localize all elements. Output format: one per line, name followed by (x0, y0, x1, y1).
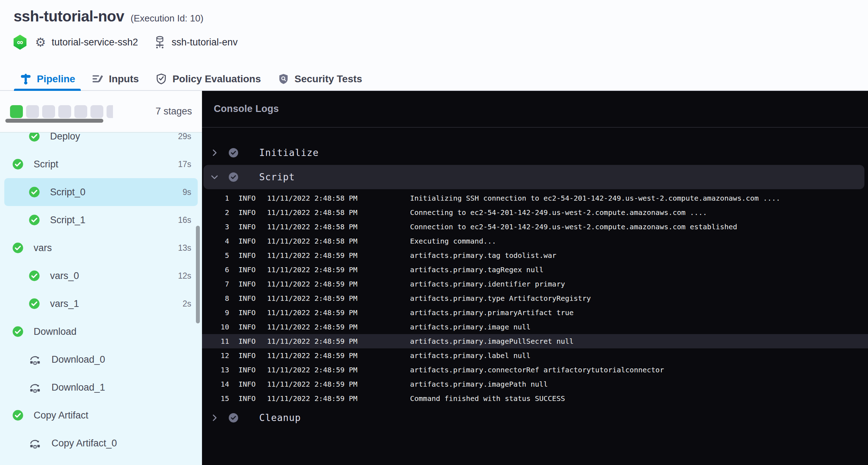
log-line-number: 8 (212, 294, 229, 303)
stage-row-vars[interactable]: vars13s (0, 234, 202, 262)
stage-chips-scrollbar[interactable] (5, 119, 103, 123)
row-label: Download (34, 326, 77, 337)
stage-chip-pending[interactable] (107, 105, 113, 118)
stage-chip-pending[interactable] (26, 105, 39, 118)
chevron-down-icon[interactable] (209, 172, 220, 182)
log-line-number: 1 (212, 194, 229, 202)
step-row-download-0[interactable]: Download_0 (0, 346, 202, 373)
console-panel: Console Logs Initialize (202, 91, 868, 465)
log-row-2: 2INFO11/11/2022 2:48:58 PMConnecting to … (202, 205, 868, 220)
success-check-icon (12, 242, 24, 254)
stage-chip-pending[interactable] (42, 105, 55, 118)
log-level: INFO (238, 294, 267, 303)
stage-row-download[interactable]: Download (0, 318, 202, 346)
success-check-icon (29, 270, 40, 282)
log-timestamp: 11/11/2022 2:48:59 PM (267, 323, 410, 331)
log-timestamp: 11/11/2022 2:48:59 PM (267, 251, 410, 260)
service-entry[interactable]: ⚙ tutorial-service-ssh2 (26, 36, 138, 48)
log-host-link[interactable]: ec2-54-201-142-249.us-west-2.compute.ama… (470, 222, 686, 231)
row-label: Download_1 (51, 382, 105, 393)
stages-count-label: 7 stages (156, 91, 192, 132)
log-message: artifacts.primary.primaryArtifact true (410, 308, 868, 317)
stage-chip-pending[interactable] (90, 105, 103, 118)
log-message: artifacts.primary.label null (410, 351, 868, 360)
log-row-5: 5INFO11/11/2022 2:48:59 PMartifacts.prim… (202, 248, 868, 263)
chevron-right-icon[interactable] (209, 413, 220, 422)
log-message: artifacts.primary.tagRegex null (410, 265, 868, 274)
step-row-copy-artifact-0[interactable]: Copy Artifact_0 (0, 429, 202, 457)
log-timestamp: 11/11/2022 2:48:59 PM (267, 394, 410, 403)
stage-chip-pending[interactable] (74, 105, 87, 118)
log-section-script[interactable]: Script (203, 165, 864, 189)
log-message: Executing command... (410, 237, 868, 245)
log-host-link[interactable]: ec2-54-201-142-249.us-west-2.compute.ama… (470, 208, 686, 217)
stage-chip-pending[interactable] (58, 105, 71, 118)
tab-policy-evaluations[interactable]: Policy Evaluations (149, 68, 266, 90)
log-line-number: 7 (212, 280, 229, 288)
row-duration: 16s (178, 215, 191, 225)
log-timestamp: 11/11/2022 2:48:59 PM (267, 337, 410, 346)
section-label-cleanup: Cleanup (259, 412, 301, 423)
row-label: Script_0 (50, 187, 85, 198)
step-row-vars-1[interactable]: vars_12s (0, 290, 202, 318)
step-row-script-1[interactable]: Script_116s (0, 206, 202, 234)
log-level: INFO (238, 308, 267, 317)
log-timestamp: 11/11/2022 2:48:58 PM (267, 237, 410, 245)
environment-entry[interactable]: ssh-tutorial-env (154, 35, 238, 49)
log-level: INFO (238, 208, 267, 217)
log-level: INFO (238, 323, 267, 331)
page-title: ssh-tutorial-nov (14, 8, 124, 25)
log-section-cleanup[interactable]: Cleanup (202, 406, 868, 430)
tab-inputs[interactable]: Inputs (86, 68, 144, 90)
row-label: Copy Artifact (34, 410, 88, 421)
log-timestamp: 11/11/2022 2:48:58 PM (267, 222, 410, 231)
log-message: artifacts.primary.type ArtifactoryRegist… (410, 294, 868, 303)
chevron-right-icon[interactable] (209, 148, 220, 157)
log-level: INFO (238, 265, 267, 274)
section-label-script: Script (259, 172, 295, 182)
section-label-initialize: Initialize (259, 147, 319, 158)
row-duration: 29s (178, 133, 191, 141)
log-line-number: 13 (212, 366, 229, 374)
stage-row-copy-artifact[interactable]: Copy Artifact (0, 401, 202, 429)
section-success-icon (228, 412, 239, 423)
log-message: artifacts.primary.imagePath null (410, 380, 868, 388)
content-area: 7 stages Deploy29sScript17sScript_09sScr… (0, 91, 868, 465)
console-header: Console Logs (202, 91, 868, 128)
log-message: Connection to ec2-54-201-142-249.us-west… (410, 222, 868, 231)
tab-pipeline[interactable]: Pipeline (14, 68, 81, 90)
success-check-icon (29, 298, 40, 309)
log-row-12: 12INFO11/11/2022 2:48:59 PMartifacts.pri… (202, 348, 868, 363)
log-host-link[interactable]: ec2-54-201-142-249.us-west-2.compute.ama… (543, 194, 759, 202)
log-level: INFO (238, 366, 267, 374)
log-level: INFO (238, 194, 267, 202)
tab-security-tests-label: Security Tests (295, 73, 362, 85)
log-row-13: 13INFO11/11/2022 2:48:59 PMartifacts.pri… (202, 363, 868, 377)
deployment-badge-icon: ∞ (14, 35, 26, 50)
step-row-script-0[interactable]: Script_09s (4, 178, 198, 206)
tab-security-tests[interactable]: Security Tests (272, 68, 368, 90)
log-row-11: 11INFO11/11/2022 2:48:59 PMartifacts.pri… (202, 334, 868, 348)
inputs-icon (92, 73, 104, 85)
row-duration: 9s (183, 187, 191, 197)
console-title: Console Logs (214, 103, 279, 114)
stage-step-list: Deploy29sScript17sScript_09sScript_116sv… (0, 133, 202, 465)
log-level: INFO (238, 251, 267, 260)
success-check-icon (29, 214, 40, 226)
stage-chip-success[interactable] (10, 105, 23, 118)
stage-row-script[interactable]: Script17s (0, 150, 202, 178)
entity-row: ∞ ⚙ tutorial-service-ssh2 ssh-tuto (14, 34, 868, 50)
log-timestamp: 11/11/2022 2:48:59 PM (267, 366, 410, 374)
security-shield-icon (277, 73, 290, 85)
log-message: artifacts.primary.image null (410, 323, 868, 331)
log-message: artifacts.primary.connectorRef artifacto… (410, 366, 868, 374)
step-row-vars-0[interactable]: vars_012s (0, 262, 202, 290)
step-row-deploy[interactable]: Deploy29s (0, 133, 202, 150)
log-level: INFO (238, 380, 267, 388)
log-section-initialize[interactable]: Initialize (202, 141, 868, 165)
sidebar-scrollbar-thumb[interactable] (196, 226, 200, 323)
step-row-download-1[interactable]: Download_1 (0, 373, 202, 401)
log-row-8: 8INFO11/11/2022 2:48:59 PMartifacts.prim… (202, 291, 868, 305)
environment-icon (154, 35, 166, 49)
log-timestamp: 11/11/2022 2:48:59 PM (267, 351, 410, 360)
